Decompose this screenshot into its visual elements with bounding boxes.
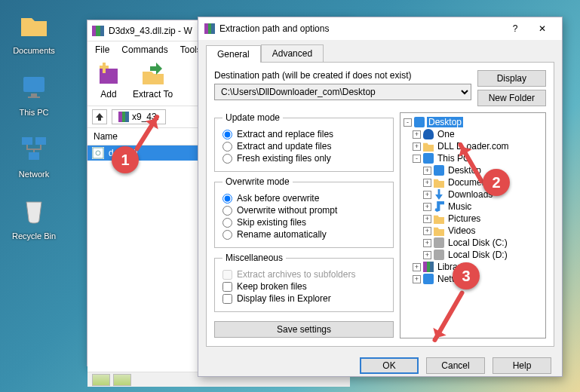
checkbox-input[interactable] <box>222 294 232 304</box>
tree-node[interactable]: +Document <box>402 176 544 188</box>
toolbar-extract-to[interactable]: Extract To <box>133 61 173 100</box>
svg-rect-5 <box>29 152 39 160</box>
close-icon: ✕ <box>539 23 546 34</box>
toolbar-add[interactable]: Add <box>95 61 122 100</box>
toolbar-label: Add <box>95 89 122 100</box>
dialog-buttons: OK Cancel Help <box>198 351 562 380</box>
net-icon <box>423 274 434 284</box>
tree-node[interactable]: +Videos <box>402 225 544 237</box>
help-titlebar-button[interactable]: ? <box>502 20 529 38</box>
radio-input[interactable] <box>222 130 232 139</box>
destination-path-input[interactable]: C:\Users\DllDownloader_com\Desktop <box>214 84 471 100</box>
tree-node[interactable]: +Music <box>402 201 544 213</box>
expand-icon[interactable]: + <box>413 263 421 271</box>
display-button[interactable]: Display <box>477 70 546 87</box>
save-settings-button[interactable]: Save settings <box>214 321 394 338</box>
folder-icon <box>434 225 444 236</box>
radio-input[interactable] <box>222 218 232 228</box>
new-folder-button[interactable]: New Folder <box>477 90 546 106</box>
expand-icon[interactable]: + <box>423 179 431 187</box>
svg-rect-1 <box>31 93 37 96</box>
tree-label: Local Disk (D:) <box>447 250 509 260</box>
tree-node[interactable]: +DLL Doader.com <box>402 140 544 152</box>
tree-label: Local Disk (C:) <box>447 237 509 248</box>
option-label: Display files in Explorer <box>237 293 331 304</box>
monitor-icon <box>423 153 434 164</box>
expand-icon[interactable]: - <box>413 155 421 163</box>
ok-button[interactable]: OK <box>360 357 419 374</box>
overwrite-option[interactable]: Skip existing files <box>222 217 385 228</box>
expand-icon[interactable]: + <box>423 203 431 211</box>
tree-node[interactable]: -Desktop <box>402 116 544 128</box>
tree-label: Music <box>447 201 473 212</box>
cancel-button[interactable]: Cancel <box>426 357 485 374</box>
option-label: Extract and replace files <box>237 129 333 139</box>
desktop-icon-network[interactable]: Network <box>8 134 60 179</box>
tree-node[interactable]: +Downloads <box>402 188 544 201</box>
misc-group: Miscellaneous Extract archives to subfol… <box>214 253 394 312</box>
expand-icon[interactable]: + <box>423 191 431 199</box>
overwrite-option[interactable]: Overwrite without prompt <box>222 205 385 216</box>
annotation-callout-2: 2 <box>483 169 510 196</box>
svg-rect-6 <box>100 69 118 84</box>
tree-node[interactable]: +Local Disk (C:) <box>402 237 544 249</box>
overwrite-option[interactable]: Rename automatically <box>222 229 385 240</box>
expand-icon[interactable]: - <box>404 118 412 127</box>
winrar-icon <box>92 26 104 36</box>
update-option[interactable]: Extract and update files <box>222 141 385 152</box>
menu-commands[interactable]: Commands <box>121 44 167 55</box>
winrar-icon <box>204 23 215 34</box>
tree-node[interactable]: +Pictures <box>402 213 544 225</box>
arrow-up-icon <box>94 112 105 122</box>
radio-input[interactable] <box>222 154 232 164</box>
expand-icon[interactable]: + <box>423 167 431 175</box>
expand-icon[interactable]: + <box>423 227 431 235</box>
folder-tree[interactable]: -Desktop+One+DLL Doader.com-This PC+Desk… <box>400 112 546 338</box>
down-icon <box>434 189 444 200</box>
tabs: General Advanced <box>198 40 562 62</box>
help-button[interactable]: Help <box>493 357 551 374</box>
dialog-title: Extraction path and options <box>219 23 502 34</box>
checkbox-input[interactable] <box>222 282 232 292</box>
dialog-titlebar[interactable]: Extraction path and options ? ✕ <box>198 17 562 40</box>
desktop-icon-recycle[interactable]: Recycle Bin <box>8 196 60 240</box>
misc-option[interactable]: Display files in Explorer <box>222 293 385 304</box>
expand-icon[interactable]: + <box>413 275 421 283</box>
misc-option[interactable]: Keep broken files <box>222 281 385 292</box>
update-mode-legend: Update mode <box>222 112 283 123</box>
expand-icon[interactable]: + <box>423 251 431 259</box>
option-label: Fresh existing files only <box>237 153 331 164</box>
radio-input[interactable] <box>222 142 232 152</box>
desktop-icon <box>434 165 444 176</box>
tree-node[interactable]: +One <box>402 128 544 140</box>
desktop-icon-label: This PC <box>8 108 60 117</box>
misc-option: Extract archives to subfolders <box>222 269 385 280</box>
update-mode-group: Update mode Extract and replace filesExt… <box>214 112 394 172</box>
tab-general[interactable]: General <box>206 45 261 63</box>
update-option[interactable]: Extract and replace files <box>222 129 385 139</box>
desktop-icon-this-pc[interactable]: This PC <box>8 72 60 117</box>
menu-file[interactable]: File <box>95 44 109 55</box>
tab-advanced[interactable]: Advanced <box>261 44 324 62</box>
radio-input[interactable] <box>222 194 232 204</box>
overwrite-mode-legend: Overwrite mode <box>222 176 293 187</box>
folder-icon <box>434 177 444 188</box>
tree-node[interactable]: +Local Disk (D:) <box>402 249 544 261</box>
expand-icon[interactable]: + <box>423 239 431 247</box>
desktop-icon-documents[interactable]: Documents <box>8 11 60 55</box>
close-button[interactable]: ✕ <box>529 20 556 38</box>
expand-icon[interactable]: + <box>423 215 431 223</box>
tab-pane-general: Destination path (will be created if doe… <box>206 62 554 347</box>
desktop-icon <box>414 117 425 127</box>
overwrite-option[interactable]: Ask before overwrite <box>222 193 385 204</box>
tree-label: Desktop <box>427 117 463 127</box>
question-icon: ? <box>513 23 518 34</box>
update-option[interactable]: Fresh existing files only <box>222 153 385 164</box>
expand-icon[interactable]: + <box>413 142 421 151</box>
tree-label: Videos <box>447 225 477 236</box>
radio-input[interactable] <box>222 230 232 240</box>
radio-input[interactable] <box>222 206 232 216</box>
option-label: Extract archives to subfolders <box>237 269 355 280</box>
expand-icon[interactable]: + <box>413 130 421 139</box>
up-button[interactable] <box>92 109 107 124</box>
